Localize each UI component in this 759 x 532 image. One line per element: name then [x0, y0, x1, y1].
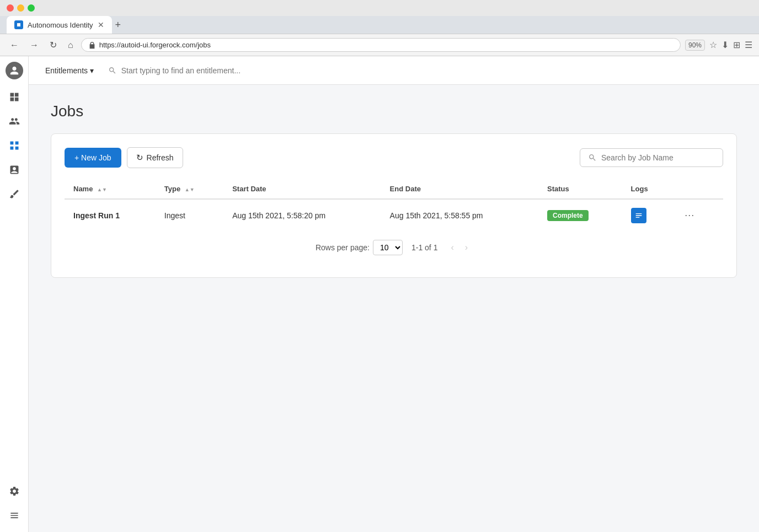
top-search-input[interactable] [121, 66, 739, 75]
sidebar-item-tasks[interactable] [3, 159, 25, 181]
nav-bar: ← → ↻ ⌂ https://autoid-ui.forgerock.com/… [0, 34, 759, 56]
page-info: 1-1 of 1 [411, 243, 437, 252]
sidebar-item-bottom-grid[interactable] [3, 504, 25, 526]
rows-per-page-label: Rows per page: [316, 243, 370, 252]
page-title: Jobs [51, 103, 737, 120]
cell-end-date: Aug 15th 2021, 5:58:55 pm [381, 199, 538, 231]
zoom-level[interactable]: 90% [685, 40, 705, 51]
tab-title: Autonomous Identity [28, 21, 93, 29]
browser-nav-icons: ☆ ⬇ ⊞ ☰ [709, 40, 752, 50]
col-status: Status [538, 179, 622, 199]
close-window-button[interactable] [7, 4, 14, 12]
url-display: https://autoid-ui.forgerock.com/jobs [99, 41, 674, 49]
window-controls [7, 4, 35, 12]
rows-per-page: Rows per page: 10 25 50 [316, 240, 403, 255]
downloads-icon[interactable]: ⬇ [721, 40, 729, 50]
sidebar-item-dashboard[interactable] [3, 86, 25, 108]
bookmark-icon[interactable]: ☆ [709, 40, 717, 50]
jobs-card: + New Job ↻ Refresh [51, 133, 737, 278]
cell-start-date: Aug 15th 2021, 5:58:20 pm [223, 199, 381, 231]
job-search-input[interactable] [601, 153, 715, 162]
tab-bar: Autonomous Identity ✕ + [0, 16, 759, 34]
entitlements-label: Entitlements [45, 66, 88, 75]
minimize-window-button[interactable] [17, 4, 24, 12]
entitlements-button[interactable]: Entitlements ▾ [40, 63, 99, 78]
col-start-date: Start Date [223, 179, 381, 199]
job-search-box[interactable] [580, 148, 723, 167]
maximize-window-button[interactable] [28, 4, 35, 12]
cell-logs[interactable] [622, 199, 672, 231]
home-button[interactable]: ⌂ [65, 38, 77, 52]
page-content: Jobs + New Job ↻ Refresh [29, 85, 759, 295]
cell-status: Complete [538, 199, 622, 231]
job-search-icon [588, 153, 597, 162]
table-row: Ingest Run 1 Ingest Aug 15th 2021, 5:58:… [65, 199, 723, 231]
sidebar [0, 56, 29, 532]
logs-icon [634, 211, 643, 220]
browser-tab-autonomous-identity[interactable]: Autonomous Identity ✕ [7, 16, 112, 34]
sidebar-item-brush[interactable] [3, 183, 25, 205]
next-page-button[interactable]: › [461, 240, 472, 255]
col-actions [671, 179, 723, 199]
secure-icon [88, 41, 96, 49]
tab-favicon [14, 20, 23, 29]
rows-per-page-select[interactable]: 10 25 50 [373, 240, 403, 255]
top-search [108, 66, 739, 75]
sort-icon-type: ▲▼ [185, 187, 195, 192]
sidebar-item-users[interactable] [3, 110, 25, 132]
extensions-icon[interactable]: ⊞ [733, 40, 740, 50]
logs-button[interactable] [631, 208, 646, 223]
menu-icon[interactable]: ☰ [745, 40, 752, 50]
new-tab-button[interactable]: + [115, 19, 121, 31]
top-search-icon [108, 66, 117, 75]
sort-icon-name: ▲▼ [97, 187, 107, 192]
refresh-button[interactable]: ↻ Refresh [127, 147, 183, 168]
cell-type: Ingest [156, 199, 223, 231]
col-type[interactable]: Type ▲▼ [156, 179, 223, 199]
status-badge: Complete [547, 210, 589, 221]
col-logs: Logs [622, 179, 672, 199]
col-end-date: End Date [381, 179, 538, 199]
new-job-label: + New Job [74, 153, 111, 162]
top-nav: Entitlements ▾ [29, 56, 759, 85]
toolbar: + New Job ↻ Refresh [65, 147, 723, 168]
cell-actions[interactable]: ··· [671, 199, 723, 231]
back-button[interactable]: ← [7, 38, 22, 52]
col-name[interactable]: Name ▲▼ [65, 179, 156, 199]
chevron-down-icon: ▾ [90, 66, 94, 75]
page-nav: ‹ › [446, 240, 472, 255]
sidebar-item-grid[interactable] [3, 135, 25, 157]
sidebar-item-settings[interactable] [3, 480, 25, 502]
avatar[interactable] [6, 62, 23, 79]
cell-name: Ingest Run 1 [65, 199, 156, 231]
jobs-table: Name ▲▼ Type ▲▼ Start Date End Date Stat… [65, 179, 723, 231]
reload-button[interactable]: ↻ [46, 37, 60, 52]
address-bar[interactable]: https://autoid-ui.forgerock.com/jobs [81, 38, 681, 52]
top-search-container [99, 66, 748, 75]
refresh-icon: ↻ [136, 153, 143, 163]
new-job-button[interactable]: + New Job [65, 148, 121, 168]
tab-close-button[interactable]: ✕ [98, 20, 104, 29]
refresh-label: Refresh [147, 153, 174, 162]
prev-page-button[interactable]: ‹ [446, 240, 458, 255]
more-actions-button[interactable]: ··· [680, 207, 699, 223]
pagination: Rows per page: 10 25 50 1-1 of 1 ‹ › [65, 231, 723, 264]
main-content: Entitlements ▾ Jobs + New Job [29, 56, 759, 532]
forward-button[interactable]: → [26, 38, 42, 52]
